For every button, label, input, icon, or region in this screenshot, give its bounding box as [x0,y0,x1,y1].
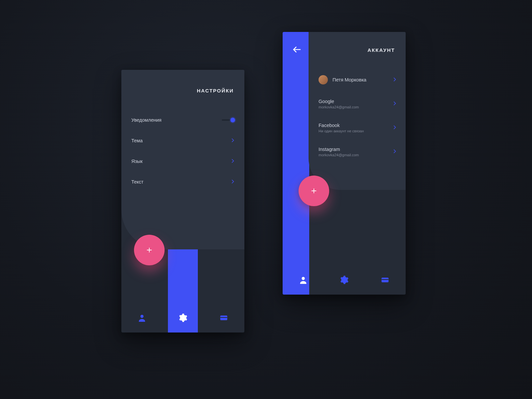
nav-person-icon[interactable] [299,275,308,285]
service-detail: morkovka24@gmail.com [319,153,359,157]
account-row-facebook[interactable]: Facebook Ни один аккаунт не связан [319,116,396,140]
page-title: НАСТРОЙКИ [197,88,234,93]
settings-row-notifications[interactable]: Уведомления [131,110,234,130]
settings-row-theme[interactable]: Тема [131,130,234,151]
account-row-google[interactable]: Google morkovka24@gmail.com [319,92,396,116]
chevron-right-icon [231,138,234,144]
svg-point-3 [140,315,143,318]
settings-row-language[interactable]: Язык [131,151,234,172]
chevron-right-icon [393,149,396,155]
settings-screen: НАСТРОЙКИ Уведомления Тема Язык Текст [121,70,244,332]
service-name: Google [319,99,359,104]
settings-row-text[interactable]: Текст [131,172,234,192]
active-tab-highlight [283,32,309,295]
nav-card-icon[interactable] [380,275,390,285]
chevron-right-icon [393,77,396,83]
bottom-nav [283,275,406,285]
row-label: Уведомления [131,117,162,123]
svg-point-9 [302,277,305,280]
nav-person-icon[interactable] [137,313,147,323]
account-list: Петя Морковка Google morkovka24@gmail.co… [319,68,396,164]
row-label: Тема [131,138,143,143]
add-button[interactable] [299,176,329,206]
nav-gear-icon[interactable] [178,313,188,323]
nav-gear-icon[interactable] [339,275,349,285]
account-screen: АККАУНТ Петя Морковка Google morkovka24@… [283,32,406,295]
row-label: Язык [131,159,143,164]
notifications-toggle[interactable] [222,118,234,122]
chevron-right-icon [231,179,234,185]
service-name: Instagram [319,147,359,152]
account-row-instagram[interactable]: Instagram morkovka24@gmail.com [319,140,396,164]
chevron-right-icon [393,101,396,107]
bottom-nav [121,313,244,323]
nav-card-icon[interactable] [219,313,228,323]
svg-rect-5 [220,317,227,318]
page-title: АККАУНТ [367,47,395,53]
profile-name: Петя Морковка [332,77,366,82]
toggle-knob [230,118,235,122]
back-button[interactable] [292,45,302,55]
service-detail: morkovka24@gmail.com [319,105,359,109]
chevron-right-icon [231,159,234,164]
svg-rect-11 [382,279,389,280]
chevron-right-icon [393,125,396,131]
service-name: Facebook [319,123,364,128]
service-detail: Ни один аккаунт не связан [319,129,364,133]
account-row-profile[interactable]: Петя Морковка [319,68,396,92]
row-label: Текст [131,179,144,185]
add-button[interactable] [134,235,165,265]
avatar [319,75,328,84]
settings-list: Уведомления Тема Язык Текст [131,110,234,192]
